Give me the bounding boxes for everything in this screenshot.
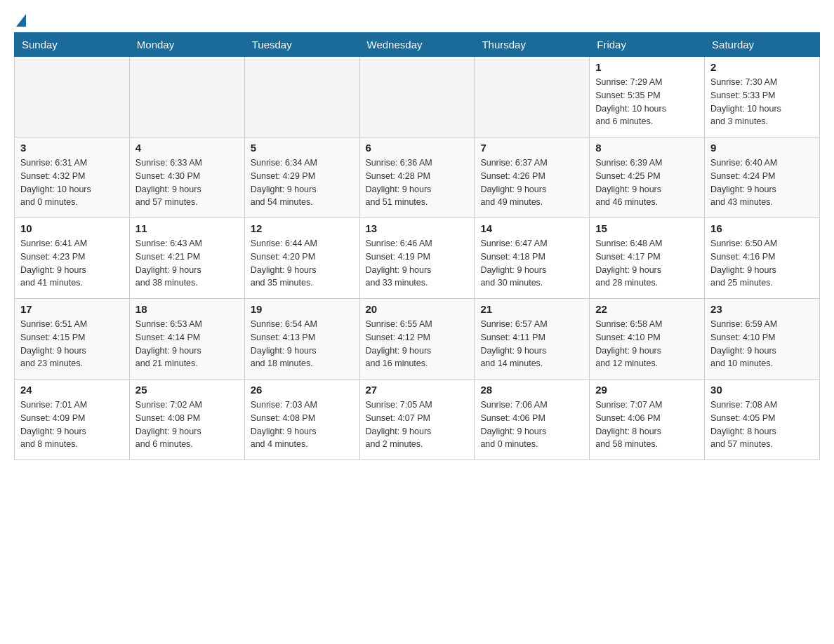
day-number: 15 bbox=[595, 222, 699, 234]
day-info: Sunrise: 6:34 AM Sunset: 4:29 PM Dayligh… bbox=[251, 156, 354, 209]
calendar-cell: 17Sunrise: 6:51 AM Sunset: 4:15 PM Dayli… bbox=[15, 299, 130, 380]
day-number: 17 bbox=[20, 303, 124, 315]
calendar-cell: 2Sunrise: 7:30 AM Sunset: 5:33 PM Daylig… bbox=[705, 57, 820, 137]
day-number: 21 bbox=[480, 303, 583, 315]
day-info: Sunrise: 6:39 AM Sunset: 4:25 PM Dayligh… bbox=[595, 156, 699, 209]
page-header bbox=[14, 14, 820, 25]
calendar-cell: 14Sunrise: 6:47 AM Sunset: 4:18 PM Dayli… bbox=[475, 218, 590, 299]
day-info: Sunrise: 7:05 AM Sunset: 4:07 PM Dayligh… bbox=[366, 398, 469, 451]
column-header-thursday: Thursday bbox=[475, 33, 590, 57]
day-info: Sunrise: 6:51 AM Sunset: 4:15 PM Dayligh… bbox=[20, 318, 124, 370]
day-info: Sunrise: 6:44 AM Sunset: 4:20 PM Dayligh… bbox=[251, 237, 354, 290]
day-number: 10 bbox=[20, 222, 124, 234]
day-number: 29 bbox=[595, 384, 699, 396]
day-info: Sunrise: 7:06 AM Sunset: 4:06 PM Dayligh… bbox=[480, 398, 583, 451]
day-number: 14 bbox=[480, 222, 583, 234]
day-info: Sunrise: 7:08 AM Sunset: 4:05 PM Dayligh… bbox=[710, 398, 814, 451]
day-number: 18 bbox=[135, 303, 239, 315]
calendar-cell: 13Sunrise: 6:46 AM Sunset: 4:19 PM Dayli… bbox=[359, 218, 475, 299]
calendar-table: SundayMondayTuesdayWednesdayThursdayFrid… bbox=[14, 32, 820, 460]
calendar-week-row: 17Sunrise: 6:51 AM Sunset: 4:15 PM Dayli… bbox=[15, 299, 820, 380]
day-info: Sunrise: 6:47 AM Sunset: 4:18 PM Dayligh… bbox=[480, 237, 583, 290]
calendar-cell: 8Sunrise: 6:39 AM Sunset: 4:25 PM Daylig… bbox=[590, 137, 705, 218]
calendar-cell: 3Sunrise: 6:31 AM Sunset: 4:32 PM Daylig… bbox=[15, 137, 130, 218]
day-number: 4 bbox=[135, 142, 239, 154]
calendar-cell: 25Sunrise: 7:02 AM Sunset: 4:08 PM Dayli… bbox=[129, 380, 244, 460]
day-info: Sunrise: 6:36 AM Sunset: 4:28 PM Dayligh… bbox=[366, 156, 469, 209]
day-info: Sunrise: 7:07 AM Sunset: 4:06 PM Dayligh… bbox=[595, 398, 699, 451]
day-info: Sunrise: 6:58 AM Sunset: 4:10 PM Dayligh… bbox=[595, 318, 699, 370]
day-number: 8 bbox=[595, 142, 699, 154]
column-header-wednesday: Wednesday bbox=[359, 33, 475, 57]
calendar-cell bbox=[244, 57, 359, 137]
calendar-cell: 4Sunrise: 6:33 AM Sunset: 4:30 PM Daylig… bbox=[129, 137, 244, 218]
day-number: 16 bbox=[710, 222, 814, 234]
calendar-week-row: 1Sunrise: 7:29 AM Sunset: 5:35 PM Daylig… bbox=[15, 57, 820, 137]
logo-general bbox=[14, 14, 26, 28]
calendar-cell bbox=[475, 57, 590, 137]
day-number: 26 bbox=[251, 384, 354, 396]
calendar-week-row: 24Sunrise: 7:01 AM Sunset: 4:09 PM Dayli… bbox=[15, 380, 820, 460]
day-number: 13 bbox=[366, 222, 469, 234]
day-info: Sunrise: 6:33 AM Sunset: 4:30 PM Dayligh… bbox=[135, 156, 239, 209]
column-header-sunday: Sunday bbox=[15, 33, 130, 57]
calendar-cell: 27Sunrise: 7:05 AM Sunset: 4:07 PM Dayli… bbox=[359, 380, 475, 460]
day-info: Sunrise: 7:30 AM Sunset: 5:33 PM Dayligh… bbox=[710, 76, 814, 128]
day-number: 3 bbox=[20, 142, 124, 154]
calendar-cell: 29Sunrise: 7:07 AM Sunset: 4:06 PM Dayli… bbox=[590, 380, 705, 460]
column-header-friday: Friday bbox=[590, 33, 705, 57]
calendar-cell: 15Sunrise: 6:48 AM Sunset: 4:17 PM Dayli… bbox=[590, 218, 705, 299]
day-number: 20 bbox=[366, 303, 469, 315]
day-info: Sunrise: 6:46 AM Sunset: 4:19 PM Dayligh… bbox=[366, 237, 469, 290]
day-info: Sunrise: 7:01 AM Sunset: 4:09 PM Dayligh… bbox=[20, 398, 124, 451]
calendar-cell: 7Sunrise: 6:37 AM Sunset: 4:26 PM Daylig… bbox=[475, 137, 590, 218]
day-number: 5 bbox=[251, 142, 354, 154]
day-info: Sunrise: 6:43 AM Sunset: 4:21 PM Dayligh… bbox=[135, 237, 239, 290]
day-number: 6 bbox=[366, 142, 469, 154]
calendar-cell: 6Sunrise: 6:36 AM Sunset: 4:28 PM Daylig… bbox=[359, 137, 475, 218]
calendar-week-row: 3Sunrise: 6:31 AM Sunset: 4:32 PM Daylig… bbox=[15, 137, 820, 218]
day-info: Sunrise: 6:31 AM Sunset: 4:32 PM Dayligh… bbox=[20, 156, 124, 209]
calendar-cell: 9Sunrise: 6:40 AM Sunset: 4:24 PM Daylig… bbox=[705, 137, 820, 218]
day-number: 11 bbox=[135, 222, 239, 234]
day-info: Sunrise: 6:41 AM Sunset: 4:23 PM Dayligh… bbox=[20, 237, 124, 290]
day-number: 30 bbox=[710, 384, 814, 396]
calendar-cell: 10Sunrise: 6:41 AM Sunset: 4:23 PM Dayli… bbox=[15, 218, 130, 299]
calendar-cell: 16Sunrise: 6:50 AM Sunset: 4:16 PM Dayli… bbox=[705, 218, 820, 299]
logo-arrow-icon bbox=[16, 14, 26, 27]
day-number: 23 bbox=[710, 303, 814, 315]
calendar-week-row: 10Sunrise: 6:41 AM Sunset: 4:23 PM Dayli… bbox=[15, 218, 820, 299]
day-number: 12 bbox=[251, 222, 354, 234]
calendar-cell bbox=[129, 57, 244, 137]
day-info: Sunrise: 6:53 AM Sunset: 4:14 PM Dayligh… bbox=[135, 318, 239, 370]
column-header-monday: Monday bbox=[129, 33, 244, 57]
day-number: 19 bbox=[251, 303, 354, 315]
calendar-cell: 20Sunrise: 6:55 AM Sunset: 4:12 PM Dayli… bbox=[359, 299, 475, 380]
day-number: 7 bbox=[480, 142, 583, 154]
day-number: 24 bbox=[20, 384, 124, 396]
calendar-cell: 19Sunrise: 6:54 AM Sunset: 4:13 PM Dayli… bbox=[244, 299, 359, 380]
day-info: Sunrise: 7:02 AM Sunset: 4:08 PM Dayligh… bbox=[135, 398, 239, 451]
day-number: 27 bbox=[366, 384, 469, 396]
column-header-saturday: Saturday bbox=[705, 33, 820, 57]
day-number: 2 bbox=[710, 61, 814, 73]
day-info: Sunrise: 6:50 AM Sunset: 4:16 PM Dayligh… bbox=[710, 237, 814, 290]
day-info: Sunrise: 6:55 AM Sunset: 4:12 PM Dayligh… bbox=[366, 318, 469, 370]
day-info: Sunrise: 6:59 AM Sunset: 4:10 PM Dayligh… bbox=[710, 318, 814, 370]
day-info: Sunrise: 6:57 AM Sunset: 4:11 PM Dayligh… bbox=[480, 318, 583, 370]
logo bbox=[14, 14, 26, 25]
calendar-cell: 11Sunrise: 6:43 AM Sunset: 4:21 PM Dayli… bbox=[129, 218, 244, 299]
calendar-cell: 22Sunrise: 6:58 AM Sunset: 4:10 PM Dayli… bbox=[590, 299, 705, 380]
day-info: Sunrise: 7:29 AM Sunset: 5:35 PM Dayligh… bbox=[595, 76, 699, 128]
calendar-cell: 26Sunrise: 7:03 AM Sunset: 4:08 PM Dayli… bbox=[244, 380, 359, 460]
day-info: Sunrise: 6:48 AM Sunset: 4:17 PM Dayligh… bbox=[595, 237, 699, 290]
day-info: Sunrise: 7:03 AM Sunset: 4:08 PM Dayligh… bbox=[251, 398, 354, 451]
calendar-cell: 23Sunrise: 6:59 AM Sunset: 4:10 PM Dayli… bbox=[705, 299, 820, 380]
calendar-cell: 28Sunrise: 7:06 AM Sunset: 4:06 PM Dayli… bbox=[475, 380, 590, 460]
day-number: 28 bbox=[480, 384, 583, 396]
calendar-cell: 1Sunrise: 7:29 AM Sunset: 5:35 PM Daylig… bbox=[590, 57, 705, 137]
day-info: Sunrise: 6:40 AM Sunset: 4:24 PM Dayligh… bbox=[710, 156, 814, 209]
day-info: Sunrise: 6:54 AM Sunset: 4:13 PM Dayligh… bbox=[251, 318, 354, 370]
calendar-cell: 30Sunrise: 7:08 AM Sunset: 4:05 PM Dayli… bbox=[705, 380, 820, 460]
column-header-tuesday: Tuesday bbox=[244, 33, 359, 57]
